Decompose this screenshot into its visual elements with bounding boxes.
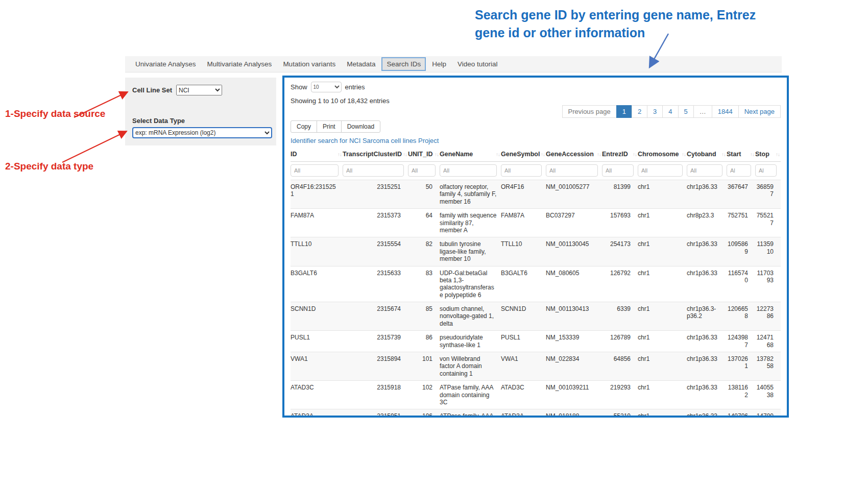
column-label: GeneAccession (546, 151, 594, 158)
table-row[interactable]: OR4F16:2315251231525150olfactory recepto… (291, 180, 781, 209)
table-row[interactable]: TTLL10231555482tubulin tyrosine ligase-l… (291, 237, 781, 266)
cell-cytoband: chr1p36.33 (687, 237, 727, 266)
filter-input-entrezid[interactable] (602, 164, 634, 177)
cell-transcriptclusterid: 2315633 (343, 266, 408, 302)
column-header-genename[interactable]: GeneName↑↓ (440, 148, 501, 162)
page-3[interactable]: 3 (647, 105, 663, 118)
tab-search-ids[interactable]: Search IDs (381, 57, 426, 71)
page-4[interactable]: 4 (662, 105, 678, 118)
tab-help[interactable]: Help (427, 57, 451, 71)
page-next-page[interactable]: Next page (738, 105, 781, 118)
filter-input-genename[interactable] (440, 164, 497, 177)
column-header-transcriptclusterid[interactable]: TranscriptClusterID↑↓ (343, 148, 408, 162)
sort-icon: ↑↓ (403, 152, 407, 157)
cell-entrezid: 81399 (602, 180, 638, 209)
cell-stop: 1470060 (755, 409, 781, 418)
cell-unit-id: 85 (408, 302, 440, 331)
annotation-heading: Search gene ID by entering gene name, En… (475, 6, 776, 41)
cell-genename: pseudouridylate synthase-like 1 (440, 331, 501, 352)
data-type-select[interactable]: exp: mRNA Expression (log2) (132, 127, 272, 138)
table-row[interactable]: ATAD3A2315951106ATPase family, AAA domai… (291, 409, 781, 418)
gene-table: ID↑↓TranscriptClusterID↑↓UNIT_ID↑↓GeneNa… (291, 148, 781, 418)
cell-chromosome: chr1 (638, 302, 687, 331)
filter-input-chromosome[interactable] (638, 164, 683, 177)
page-5[interactable]: 5 (678, 105, 694, 118)
cell-unit-id: 102 (408, 381, 440, 409)
page-ellipsis: … (693, 105, 712, 118)
filter-input-id[interactable] (291, 164, 339, 177)
cell-transcriptclusterid: 2315894 (343, 352, 408, 381)
showing-info: Showing 1 to 10 of 18,432 entries (291, 97, 781, 105)
tab-mutation-variants[interactable]: Mutation variants (278, 57, 341, 71)
cell-id: PUSL1 (291, 331, 343, 352)
column-header-genesymbol[interactable]: GeneSymbol↑↓ (501, 148, 546, 162)
cell-transcriptclusterid: 2315918 (343, 381, 408, 409)
column-header-id[interactable]: ID↑↓ (291, 148, 343, 162)
column-header-chromosome[interactable]: Chromosome↑↓ (638, 148, 687, 162)
copy-button[interactable]: Copy (291, 120, 317, 133)
table-header-row: ID↑↓TranscriptClusterID↑↓UNIT_ID↑↓GeneNa… (291, 148, 781, 162)
table-row[interactable]: ATAD3C2315918102ATPase family, AAA domai… (291, 381, 781, 409)
download-button[interactable]: Download (341, 120, 380, 133)
column-label: Start (727, 151, 741, 158)
show-entries-select[interactable]: 10 (311, 82, 342, 92)
page-previous-page[interactable]: Previous page (562, 105, 617, 118)
cell-genesymbol: SCNN1D (501, 302, 546, 331)
column-label: ID (291, 151, 297, 158)
filter-input-stop[interactable] (755, 164, 777, 177)
cell-stop: 1405538 (755, 381, 781, 409)
cell-entrezid: 254173 (602, 237, 638, 266)
column-header-stop[interactable]: Stop↑↓ (755, 148, 781, 162)
column-header-unit-id[interactable]: UNIT_ID↑↓ (408, 148, 440, 162)
cell-geneaccession: NM_001039211 (546, 381, 602, 409)
cell-genesymbol: TTLL10 (501, 237, 546, 266)
tab-multivariate-analyses[interactable]: Multivariate Analyses (202, 57, 277, 71)
cell-start: 1381162 (727, 381, 755, 409)
page-2[interactable]: 2 (632, 105, 647, 118)
data-type-label: Select Data Type (132, 117, 270, 125)
filter-input-geneaccession[interactable] (546, 164, 598, 177)
tab-univariate-analyses[interactable]: Univariate Analyses (130, 57, 201, 71)
filter-input-transcriptclusterid[interactable] (343, 164, 404, 177)
cell-line-set-select[interactable]: NCI (176, 85, 222, 95)
cell-geneaccession: BC037297 (546, 209, 602, 237)
column-header-entrezid[interactable]: EntrezID↑↓ (602, 148, 638, 162)
tab-video-tutorial[interactable]: Video tutorial (452, 57, 503, 71)
table-row[interactable]: PUSL1231573986pseudouridylate synthase-l… (291, 331, 781, 352)
tab-metadata[interactable]: Metadata (342, 57, 380, 71)
cell-transcriptclusterid: 2315951 (343, 409, 408, 418)
cell-geneaccession: NM_022834 (546, 352, 602, 381)
cell-geneaccession: NM_001005277 (546, 180, 602, 209)
cell-genesymbol: OR4F16 (501, 180, 546, 209)
cell-id: FAM87A (291, 209, 343, 237)
column-header-cytoband[interactable]: Cytoband↑↓ (687, 148, 727, 162)
cell-unit-id: 82 (408, 237, 440, 266)
filter-input-start[interactable] (727, 164, 751, 177)
cell-geneaccession: NM_001130413 (546, 302, 602, 331)
table-row[interactable]: SCNN1D231567485sodium channel, nonvoltag… (291, 302, 781, 331)
column-label: Stop (755, 151, 769, 158)
filter-input-cytoband[interactable] (687, 164, 722, 177)
table-row[interactable]: B3GALT6231563383UDP-Gal:betaGal beta 1,3… (291, 266, 781, 302)
filter-input-genesymbol[interactable] (501, 164, 542, 177)
table-row[interactable]: FAM87A231537364family with sequence simi… (291, 209, 781, 237)
cell-cytoband: chr1p36.33 (687, 409, 727, 418)
cell-start: 1165740 (727, 266, 755, 302)
print-button[interactable]: Print (317, 120, 342, 133)
cell-entrezid: 126792 (602, 266, 638, 302)
filter-input-unit-id[interactable] (408, 164, 436, 177)
cell-start: 1407062 (727, 409, 755, 418)
sort-icon: ↑↓ (721, 152, 726, 157)
page-1[interactable]: 1 (616, 105, 632, 118)
column-label: Chromosome (638, 151, 679, 158)
identifier-search-link[interactable]: Identifier search for NCI Sarcoma cell l… (291, 137, 439, 144)
sort-icon: ↑↓ (776, 152, 780, 157)
page-1844[interactable]: 1844 (712, 105, 739, 118)
column-header-start[interactable]: Start↑↓ (727, 148, 755, 162)
cell-stop: 755217 (755, 209, 781, 237)
cell-geneaccession: NM_018188 (546, 409, 602, 418)
table-row[interactable]: VWA12315894101von Willebrand factor A do… (291, 352, 781, 381)
cell-genename: olfactory receptor, family 4, subfamily … (440, 180, 501, 209)
column-header-geneaccession[interactable]: GeneAccession↑↓ (546, 148, 602, 162)
cell-id: VWA1 (291, 352, 343, 381)
